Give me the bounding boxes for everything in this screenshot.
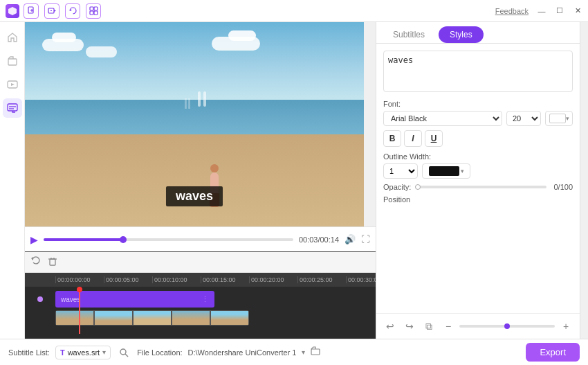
file-path-dropdown[interactable]: ▾ [302,348,305,356]
outline-width-select[interactable]: 1 [383,163,418,179]
new-file-icon[interactable] [24,3,39,19]
opacity-slider[interactable] [415,186,546,188]
outline-arrow: ▾ [461,168,464,175]
video-track-block[interactable] [55,310,249,326]
font-family-select[interactable]: Arial Black [383,111,502,126]
subtitle-text-input[interactable]: waves [383,51,573,92]
subtitle-file-dropdown[interactable]: T waves.srt ▾ [55,346,111,359]
video-thumb-3 [133,310,172,326]
outline-color-swatch [429,166,459,176]
purple-dot [37,296,43,302]
playhead[interactable] [79,287,80,334]
subtitle-dropdown-arrow: ▾ [102,348,106,356]
rp-zoom-out-button[interactable]: − [440,318,457,335]
play-button[interactable]: ▶ [30,234,38,245]
outline-label: Outline Width: [383,152,573,161]
ruler-marks: 00:00:00:00 00:00:05:00 00:00:10:00 00:0… [55,276,376,283]
right-edge-scrollbar[interactable] [580,22,588,339]
subtitle-file-type-icon: T [60,348,65,357]
rp-copy-button[interactable]: ⧉ [421,318,437,335]
video-player[interactable]: ⏸ [25,22,364,226]
export-button[interactable]: Export [526,343,580,362]
timeline-toolbar [25,252,376,273]
timeline-tracks: waves ⋮ [25,287,376,334]
bottom-bar: Subtitle List: T waves.srt ▾ File Locati… [0,339,588,365]
folder-browse-icon[interactable] [311,346,320,358]
font-color-button[interactable]: ▾ [545,111,573,126]
right-panel-tabs: Subtitles Styles [376,22,580,44]
pause-indicator: ⏸ [180,95,195,113]
underline-button[interactable]: U [425,130,443,147]
ruler-mark-5: 00:00:25:00 [297,276,346,283]
subtitle-file-name: waves.srt [68,348,100,357]
svg-rect-19 [50,259,55,265]
video-thumb-4 [172,310,210,326]
rp-zoom-in-button[interactable]: + [558,318,574,335]
sidebar-item-files[interactable] [3,51,22,71]
ruler-mark-4: 00:00:20:00 [249,276,297,283]
opacity-value: 0/100 [551,183,573,191]
audio-icon[interactable]: 🔊 [344,234,356,244]
video-area: ⏸ [25,22,376,339]
bold-button[interactable]: B [383,130,401,147]
ruler-mark-0: 00:00:00:00 [55,276,104,283]
ruler-mark-6: 00:00:30:00 [346,276,376,283]
subtitle-track-content: waves ⋮ [55,291,376,308]
pause-bars [198,91,206,107]
cloud3 [86,46,117,57]
minimize-button[interactable]: — [537,6,546,16]
svg-marker-0 [8,7,17,15]
tab-styles[interactable]: Styles [439,26,484,43]
sidebar-item-subtitle[interactable] [3,98,22,118]
close-button[interactable]: ✕ [573,6,582,16]
rp-redo-button[interactable]: ↪ [401,318,418,335]
add-media-icon[interactable] [44,3,59,19]
refresh-icon[interactable] [65,3,80,19]
subtitle-track-more: ⋮ [201,295,209,304]
timeline-delete-icon[interactable] [47,256,58,269]
outline-row: 1 ▾ [383,163,573,179]
file-path-text: D:\Wondershare UniConverter 1 [188,348,297,357]
svg-marker-7 [70,9,72,11]
svg-rect-10 [90,11,93,15]
right-panel-content: waves Font: Arial Black 20 ▾ [376,44,580,313]
outline-color-button[interactable]: ▾ [422,163,470,179]
cloud5 [228,30,256,41]
timeline-undo-icon[interactable] [30,256,42,269]
progress-thumb [120,236,127,243]
rp-undo-button[interactable]: ↩ [382,318,398,335]
opacity-thumb [415,184,421,190]
font-label: Font: [383,100,573,108]
titlebar: Feedback — ☐ ✕ [0,0,588,22]
font-size-select[interactable]: 20 [506,111,541,126]
sidebar-item-media[interactable] [3,75,22,94]
svg-rect-25 [311,349,320,355]
opacity-row: Opacity: 0/100 [383,183,573,191]
maximize-button[interactable]: ☐ [555,6,564,16]
ruler-mark-2: 00:00:10:00 [152,276,201,283]
format-row: B I U [383,130,573,147]
sky-bg [25,22,364,104]
italic-button[interactable]: I [404,130,422,147]
svg-rect-8 [90,7,93,10]
titlebar-right: Feedback — ☐ ✕ [495,6,582,16]
feedback-link[interactable]: Feedback [495,7,529,15]
file-location-label: File Location: [137,348,182,357]
subtitle-track-label-icon [25,296,55,302]
fullscreen-icon[interactable]: ⛶ [361,234,370,244]
rp-zoom-slider[interactable] [459,325,555,328]
svg-point-23 [120,349,126,355]
sidebar-item-home[interactable] [3,28,22,47]
tab-subtitles[interactable]: Subtitles [382,26,436,43]
layout-icon[interactable] [86,3,101,19]
cloud2 [52,33,76,42]
video-controls: ▶ 00:03/00:14 🔊 ⛶ [25,226,376,251]
sidebar [0,22,25,339]
video-thumb-1 [55,310,94,326]
svg-rect-12 [8,59,17,65]
video-track-content [55,310,376,330]
subtitle-track-row: waves ⋮ [25,290,376,309]
svg-marker-14 [11,83,15,86]
subtitle-search-button[interactable] [116,345,131,360]
progress-bar[interactable] [44,238,293,241]
